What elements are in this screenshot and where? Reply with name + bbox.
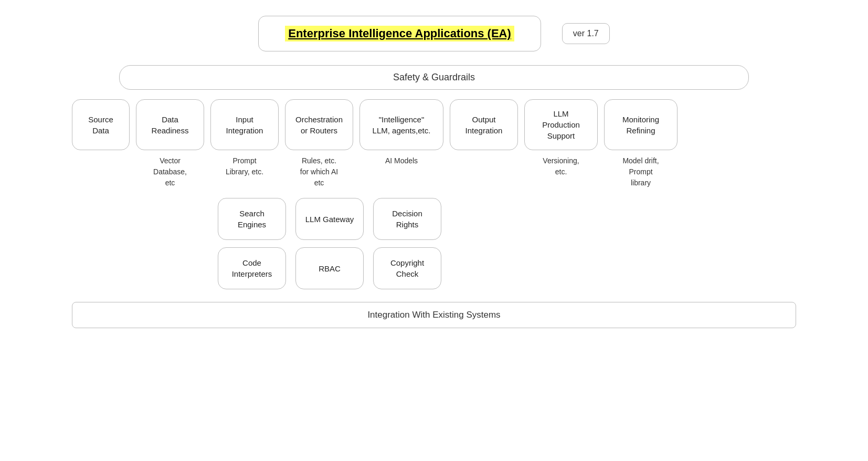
copyright-check-label: CopyrightCheck — [390, 257, 424, 279]
subtitle-monitoring: Model drift,Promptlibrary — [604, 155, 678, 188]
llm-gateway-label: LLM Gateway — [305, 214, 354, 225]
pipeline-box-intelligence: "Intelligence"LLM, agents,etc. — [359, 99, 443, 150]
subtitles-row: VectorDatabase,etc PromptLibrary, etc. R… — [67, 155, 801, 188]
cluster-box-rbac: RBAC — [295, 247, 364, 289]
data-readiness-label: DataReadiness — [152, 114, 189, 136]
cluster-row-2: CodeInterpreters RBAC CopyrightCheck — [218, 247, 441, 289]
subtitle-data-readiness: VectorDatabase,etc — [136, 155, 204, 188]
pipeline-box-llm-production: LLMProductionSupport — [524, 99, 598, 150]
code-interpreters-label: CodeInterpreters — [232, 257, 272, 279]
pipeline-box-source-data: SourceData — [72, 99, 130, 150]
decision-rights-label: DecisionRights — [392, 208, 422, 230]
pipeline-row: SourceData DataReadiness InputIntegratio… — [67, 99, 801, 150]
cluster-section: SearchEngines LLM Gateway DecisionRights… — [67, 198, 801, 289]
subtitle-llm-production: Versioning,etc. — [524, 155, 598, 177]
pipeline-box-input-integration: InputIntegration — [210, 99, 279, 150]
pipeline-box-data-readiness: DataReadiness — [136, 99, 204, 150]
rbac-label: RBAC — [319, 263, 341, 274]
integration-bar: Integration With Existing Systems — [72, 302, 796, 328]
pipeline-box-output-integration: OutputIntegration — [450, 99, 518, 150]
monitoring-label: MonitoringRefining — [622, 114, 659, 136]
cluster-box-copyright-check: CopyrightCheck — [373, 247, 441, 289]
source-data-label: SourceData — [88, 114, 113, 136]
version-label: ver 1.7 — [573, 29, 599, 38]
integration-label: Integration With Existing Systems — [367, 310, 500, 320]
subtitle-input-integration: PromptLibrary, etc. — [210, 155, 279, 177]
page-wrapper: Enterprise Intelligence Applications (EA… — [0, 0, 868, 461]
search-engines-label: SearchEngines — [238, 208, 266, 230]
pipeline-section: SourceData DataReadiness InputIntegratio… — [67, 99, 801, 188]
pipeline-box-monitoring: MonitoringRefining — [604, 99, 678, 150]
page-title: Enterprise Intelligence Applications (EA… — [285, 26, 514, 41]
intelligence-label: "Intelligence"LLM, agents,etc. — [373, 114, 431, 136]
orchestration-label: Orchestrationor Routers — [295, 114, 343, 136]
cluster-box-code-interpreters: CodeInterpreters — [218, 247, 286, 289]
title-box: Enterprise Intelligence Applications (EA… — [258, 16, 541, 51]
safety-guardrails-label: Safety & Guardrails — [393, 72, 475, 82]
cluster-box-decision-rights: DecisionRights — [373, 198, 441, 240]
safety-guardrails-bar: Safety & Guardrails — [119, 65, 749, 90]
output-integration-label: OutputIntegration — [465, 114, 503, 136]
header-row: Enterprise Intelligence Applications (EA… — [258, 16, 610, 51]
pipeline-box-orchestration: Orchestrationor Routers — [285, 99, 353, 150]
cluster-row-1: SearchEngines LLM Gateway DecisionRights — [218, 198, 441, 240]
cluster-box-search-engines: SearchEngines — [218, 198, 286, 240]
version-box: ver 1.7 — [562, 23, 610, 44]
llm-production-label: LLMProductionSupport — [542, 108, 580, 141]
cluster-box-llm-gateway: LLM Gateway — [295, 198, 364, 240]
input-integration-label: InputIntegration — [226, 114, 263, 136]
subtitle-intelligence: AI Models — [359, 155, 443, 166]
subtitle-orchestration: Rules, etc.for which AIetc — [285, 155, 353, 188]
